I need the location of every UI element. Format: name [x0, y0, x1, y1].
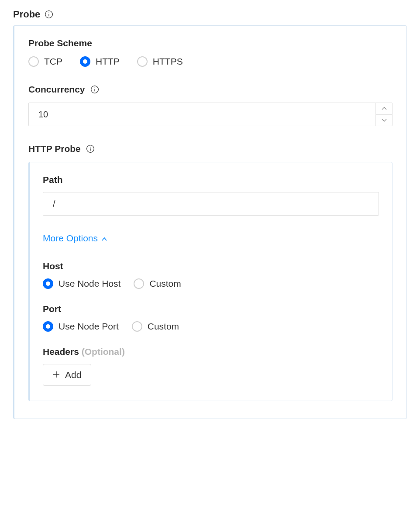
radio-icon-selected [43, 278, 53, 289]
host-use-node-option[interactable]: Use Node Host [43, 278, 120, 289]
headers-label: Headers (Optional) [43, 347, 379, 357]
path-input[interactable] [43, 192, 379, 216]
more-options-toggle[interactable]: More Options [43, 233, 107, 244]
radio-icon [132, 321, 142, 332]
spinner-up[interactable] [376, 103, 392, 115]
port-radio-row: Use Node Port Custom [43, 321, 379, 332]
svg-point-1 [49, 13, 49, 13]
concurrency-label: Concurrency [28, 84, 392, 95]
info-icon[interactable] [45, 10, 53, 19]
host-custom-option[interactable]: Custom [134, 278, 181, 289]
more-options-label: More Options [43, 233, 98, 244]
probe-panel: Probe Scheme TCP HTTP HTTPS Concurrency [13, 25, 407, 419]
spinner-down[interactable] [376, 115, 392, 126]
port-custom-option[interactable]: Custom [132, 321, 179, 332]
headers-optional: (Optional) [82, 347, 125, 357]
add-button-label: Add [65, 370, 81, 380]
port-label: Port [43, 304, 379, 314]
number-spinner [375, 103, 392, 126]
radio-icon-selected [43, 321, 53, 332]
chevron-up-icon [101, 233, 107, 244]
host-label: Host [43, 261, 379, 271]
scheme-http-option[interactable]: HTTP [80, 56, 120, 67]
info-icon[interactable] [86, 144, 95, 153]
radio-icon [28, 56, 39, 67]
port-use-node-option[interactable]: Use Node Port [43, 321, 119, 332]
http-probe-panel: Path More Options Host Use Node Host Cus… [28, 162, 392, 401]
host-custom-label: Custom [149, 278, 181, 289]
svg-point-7 [90, 147, 90, 148]
scheme-tcp-label: TCP [44, 56, 62, 67]
host-radio-row: Use Node Host Custom [43, 278, 379, 289]
port-use-node-label: Use Node Port [59, 321, 119, 332]
add-header-button[interactable]: Add [43, 364, 91, 386]
radio-icon [134, 278, 144, 289]
host-use-node-label: Use Node Host [59, 278, 120, 289]
scheme-tcp-option[interactable]: TCP [28, 56, 62, 67]
svg-point-4 [94, 88, 95, 88]
probe-section-header: Probe [13, 9, 407, 20]
radio-icon [137, 56, 148, 67]
scheme-https-option[interactable]: HTTPS [137, 56, 183, 67]
probe-scheme-label: Probe Scheme [28, 38, 392, 48]
probe-scheme-row: TCP HTTP HTTPS [28, 56, 392, 67]
scheme-http-label: HTTP [96, 56, 120, 67]
http-probe-label: HTTP Probe [28, 144, 392, 154]
path-label: Path [43, 175, 379, 185]
concurrency-input[interactable] [28, 103, 392, 126]
concurrency-input-wrap [28, 103, 392, 126]
radio-icon-selected [80, 56, 90, 67]
scheme-https-label: HTTPS [153, 56, 183, 67]
port-custom-label: Custom [148, 321, 179, 332]
probe-title: Probe [13, 9, 40, 20]
plus-icon [53, 370, 60, 380]
info-icon[interactable] [90, 85, 99, 94]
